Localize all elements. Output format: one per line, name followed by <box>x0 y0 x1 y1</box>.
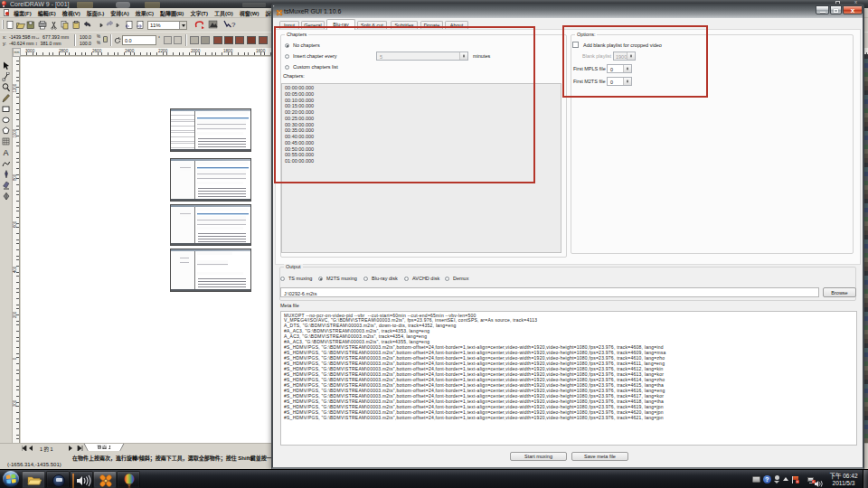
svg-text:?: ? <box>231 21 236 29</box>
